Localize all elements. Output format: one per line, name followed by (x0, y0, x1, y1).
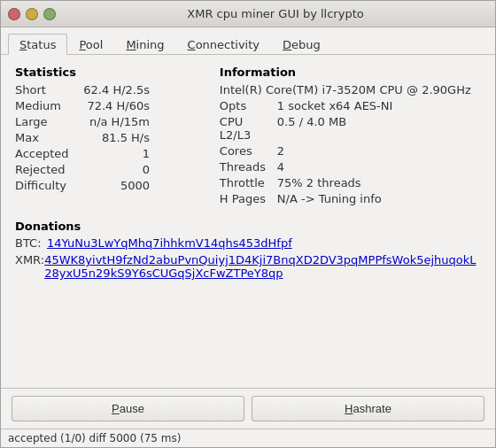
statusbar-text: accepted (1/0) diff 5000 (75 ms) (8, 432, 181, 444)
table-row: Difficulty 5000 (15, 178, 202, 193)
table-row: CPU L2/L3 0.5 / 4.0 MB (220, 114, 481, 143)
difficulty-value: 5000 (79, 179, 150, 192)
opts-label: Opts (220, 99, 277, 112)
cpu-l2l3-label: CPU L2/L3 (220, 115, 277, 142)
statusbar: accepted (1/0) diff 5000 (75 ms) (1, 429, 495, 447)
difficulty-label: Difficulty (15, 179, 79, 192)
hashrate-button[interactable]: Hashrate (252, 396, 484, 421)
table-row: Cores 2 (220, 143, 481, 158)
tab-connectivity-label: Connectivity (188, 38, 260, 51)
titlebar: XMR cpu miner GUI by llcrypto (1, 1, 495, 27)
tab-status[interactable]: Status (8, 34, 67, 55)
tab-debug-label: Debug (283, 38, 321, 51)
tab-debug[interactable]: Debug (271, 34, 332, 55)
minimize-button[interactable] (26, 8, 38, 20)
statistics-column: Statistics Short 62.4 H/2.5s Medium 72.4… (15, 66, 202, 207)
close-button[interactable] (8, 8, 20, 20)
table-row: Rejected 0 (15, 162, 202, 177)
btc-address[interactable]: 14YuNu3LwYqMhq7ihhkmV14qhs453dHfpf (47, 236, 292, 250)
tab-bar: Status Pool Mining Connectivity Debug (1, 27, 495, 55)
donations-section: Donations BTC: 14YuNu3LwYqMhq7ihhkmV14qh… (15, 220, 481, 280)
cores-label: Cores (220, 144, 277, 158)
cpu-model: Intel(R) Core(TM) i7-3520M CPU @ 2.90GHz (220, 83, 471, 97)
throttle-label: Throttle (220, 176, 277, 189)
max-label: Max (15, 131, 79, 144)
main-content: Statistics Short 62.4 H/2.5s Medium 72.4… (1, 55, 495, 388)
hpages-label: H Pages (220, 192, 277, 205)
medium-value: 72.4 H/60s (79, 99, 150, 112)
buttons-bar: Pause Hashrate (1, 388, 495, 429)
information-column: Information Intel(R) Core(TM) i7-3520M C… (220, 66, 481, 207)
max-value: 81.5 H/s (79, 131, 150, 144)
threads-value: 4 (277, 160, 284, 174)
accepted-value: 1 (79, 147, 150, 160)
large-label: Large (15, 115, 79, 128)
medium-label: Medium (15, 99, 79, 112)
btc-label: BTC: (15, 236, 47, 250)
hpages-value: N/A -> Tuning info (277, 192, 382, 205)
tab-mining-label: Mining (126, 38, 164, 51)
short-value: 62.4 H/2.5s (79, 83, 150, 97)
tab-pool[interactable]: Pool (67, 34, 114, 55)
maximize-button[interactable] (43, 8, 56, 20)
window-title: XMR cpu miner GUI by llcrypto (63, 7, 488, 20)
tab-mining[interactable]: Mining (114, 34, 175, 55)
xmr-address[interactable]: 45WK8yivtH9fzNd2abuPvnQuiyj1D4Kji7BnqXD2… (44, 253, 481, 280)
table-row: Short 62.4 H/2.5s (15, 82, 202, 97)
table-row: Opts 1 socket x64 AES-NI (220, 98, 481, 113)
xmr-label: XMR: (15, 253, 44, 266)
table-row: Throttle 75% 2 threads (220, 175, 481, 190)
statistics-title: Statistics (15, 66, 202, 79)
pause-button[interactable]: Pause (12, 396, 244, 421)
large-value: n/a H/15m (79, 115, 150, 128)
table-row: Accepted 1 (15, 146, 202, 161)
btc-donation-row: BTC: 14YuNu3LwYqMhq7ihhkmV14qhs453dHfpf (15, 236, 481, 250)
opts-value: 1 socket x64 AES-NI (277, 99, 393, 112)
throttle-value: 75% 2 threads (277, 176, 361, 189)
table-row: H Pages N/A -> Tuning info (220, 191, 481, 206)
donations-title: Donations (15, 220, 481, 233)
table-row: Max 81.5 H/s (15, 130, 202, 145)
table-row: Medium 72.4 H/60s (15, 98, 202, 113)
rejected-value: 0 (79, 163, 150, 176)
table-row: Threads 4 (220, 159, 481, 174)
main-window: XMR cpu miner GUI by llcrypto Status Poo… (0, 0, 496, 448)
cores-value: 2 (277, 144, 284, 158)
tab-connectivity[interactable]: Connectivity (176, 34, 271, 55)
xmr-donation-row: XMR: 45WK8yivtH9fzNd2abuPvnQuiyj1D4Kji7B… (15, 253, 481, 280)
information-title: Information (220, 66, 481, 79)
window-controls (8, 8, 56, 20)
accepted-label: Accepted (15, 147, 79, 160)
tab-status-label: Status (19, 38, 56, 51)
stats-info-section: Statistics Short 62.4 H/2.5s Medium 72.4… (15, 66, 481, 207)
tab-pool-label: Pool (79, 38, 103, 51)
table-row: Intel(R) Core(TM) i7-3520M CPU @ 2.90GHz (220, 82, 481, 97)
threads-label: Threads (220, 160, 277, 174)
cpu-l2l3-value: 0.5 / 4.0 MB (277, 115, 346, 128)
rejected-label: Rejected (15, 163, 79, 176)
short-label: Short (15, 83, 79, 97)
table-row: Large n/a H/15m (15, 114, 202, 129)
